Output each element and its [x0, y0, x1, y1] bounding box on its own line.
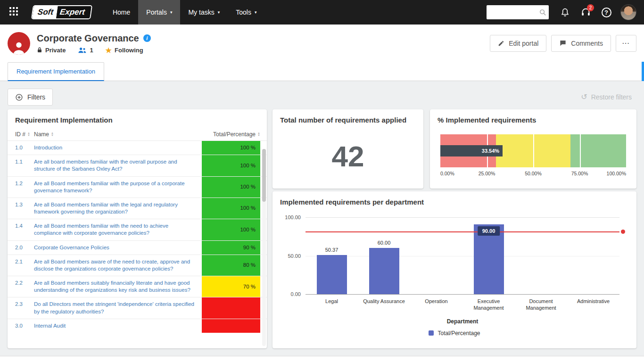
- x-axis-label: Executive Management: [462, 298, 515, 312]
- softexpert-logo[interactable]: Soft Expert: [31, 5, 92, 19]
- bar-slot: [567, 217, 619, 294]
- restore-icon: ↺: [581, 93, 587, 101]
- card-title: % Implemented requirements: [430, 109, 636, 130]
- tab-requirement-implementation[interactable]: Requirement Implementation: [8, 62, 104, 81]
- following-status[interactable]: ★ Following: [106, 47, 143, 54]
- row-name-link[interactable]: Do all Directors meet the stringent 'ind…: [34, 297, 202, 318]
- table-scrollbar-thumb[interactable]: [262, 149, 266, 202]
- bar-slot: 50.37: [305, 217, 358, 294]
- row-name-link[interactable]: Are all Board members familiar with the …: [34, 219, 202, 240]
- pencil-icon: [498, 40, 504, 47]
- comments-label: Comments: [571, 40, 603, 47]
- dept-bar: [317, 255, 347, 294]
- axis-tick: 100.00%: [607, 171, 626, 176]
- column-label: Total/Percentage: [213, 131, 256, 138]
- x-axis-label: Document Management: [515, 298, 567, 312]
- circle-plus-icon: [15, 93, 23, 101]
- privacy-status: Private: [37, 47, 66, 54]
- edit-portal-button[interactable]: Edit portal: [490, 35, 546, 52]
- members-count-label: 1: [90, 47, 93, 54]
- filters-button[interactable]: Filters: [8, 89, 53, 106]
- row-id: 2.0: [8, 241, 34, 255]
- axis-tick: 50.00%: [525, 171, 542, 176]
- y-axis-tick: 0.00: [275, 291, 301, 297]
- apps-grid-icon[interactable]: [9, 7, 20, 17]
- bullet-axis: 0.00% 25.00% 50.00% 75.00% 100.00%: [440, 171, 626, 177]
- percentage-cell: 90 %: [202, 241, 260, 255]
- card-title: Requirement Implementation: [8, 109, 267, 130]
- main-content: Filters ↺ Restore filters Requirement Im…: [0, 81, 644, 356]
- bar-value-label: 60.00: [378, 240, 391, 246]
- requirement-implementation-card: Requirement Implementation ID # ▲▼ Name …: [8, 109, 267, 348]
- bullet-chart: 33.54%: [440, 134, 626, 167]
- row-name-link[interactable]: Corporate Governance Policies: [34, 241, 202, 255]
- bullet-gridline: [580, 134, 581, 167]
- nav-item-home[interactable]: Home: [105, 0, 138, 25]
- nav-item-portals[interactable]: Portals ▾: [138, 0, 180, 25]
- row-id: 1.0: [8, 141, 34, 155]
- percentage-cell: 100 %: [202, 219, 260, 240]
- portal-header: Corporate Governance i Private 1 ★ Follo…: [0, 25, 644, 62]
- column-header-name[interactable]: Name ▲▼: [34, 131, 202, 138]
- row-name-link[interactable]: Are all Board members suitably financial…: [34, 276, 202, 297]
- page-scrollbar-thumb[interactable]: [642, 62, 644, 81]
- legend-label: Total/Percentage: [438, 330, 480, 337]
- table-row: 2.2 Are all Board members suitably finan…: [8, 276, 267, 297]
- bar-value-label: 50.37: [325, 247, 339, 253]
- dept-bar: [369, 248, 399, 294]
- restore-filters-label: Restore filters: [591, 93, 632, 101]
- chart-legend: Total/Percentage: [272, 330, 636, 337]
- info-icon[interactable]: i: [143, 34, 151, 42]
- column-header-id[interactable]: ID # ▲▼: [8, 131, 34, 138]
- axis-tick: 0.00%: [440, 171, 454, 176]
- row-name-link[interactable]: Internal Audit: [34, 319, 202, 333]
- table-body: 1.0 Introduction 100 % 1.1 Are all board…: [8, 140, 267, 348]
- bar-slot: [515, 217, 567, 294]
- percentage-cell: 80 %: [202, 255, 260, 276]
- card-title: Total number of requirements applied: [272, 109, 423, 130]
- y-axis-tick: 100.00: [275, 214, 301, 220]
- bar-chart-plot: 100.00 50.00 0.00 50.37 60.00: [305, 217, 619, 295]
- percentage-cell: [202, 319, 260, 333]
- lock-icon: [37, 47, 42, 53]
- logo-soft: Soft: [32, 6, 58, 18]
- row-name-link[interactable]: Introduction: [34, 141, 202, 155]
- bar-slot: 60.00: [358, 217, 410, 294]
- restore-filters-button[interactable]: ↺ Restore filters: [576, 93, 636, 101]
- notifications-bell-button[interactable]: [554, 0, 575, 25]
- y-axis-tick: 50.00: [275, 253, 301, 259]
- nav-item-my-tasks[interactable]: My tasks ▾: [180, 0, 228, 25]
- portal-avatar[interactable]: [8, 32, 30, 55]
- support-headset-button[interactable]: 2: [575, 0, 596, 25]
- comments-button[interactable]: Comments: [551, 35, 611, 52]
- bullet-gridline: [533, 134, 534, 167]
- help-button[interactable]: ?: [596, 0, 617, 25]
- row-name-link[interactable]: Are all Board members familiar with the …: [34, 177, 202, 197]
- bell-icon: [561, 8, 570, 17]
- bar-slot: 90.00: [462, 217, 515, 294]
- column-header-total-percentage[interactable]: Total/Percentage ▲▼: [202, 131, 260, 138]
- logo-expert: Expert: [56, 6, 91, 18]
- filters-label: Filters: [27, 93, 45, 101]
- more-options-button[interactable]: ···: [616, 35, 636, 52]
- search-input[interactable]: [490, 9, 539, 16]
- row-name-link[interactable]: Are all board members familiar with the …: [34, 155, 202, 176]
- x-axis-label: Administrative: [567, 298, 619, 312]
- table-scrollbar: [262, 149, 266, 346]
- page-title: Corporate Governance: [37, 33, 139, 44]
- user-avatar[interactable]: [620, 4, 636, 20]
- members-count[interactable]: 1: [78, 47, 93, 54]
- x-axis-labels: Legal Quality Assurance Operation Execut…: [305, 298, 619, 312]
- row-name-link[interactable]: Are all Board members aware of the need …: [34, 255, 202, 276]
- nav-label: My tasks: [188, 8, 214, 16]
- nav-item-tools[interactable]: Tools ▾: [228, 0, 264, 25]
- total-requirements-card: Total number of requirements applied 42: [272, 109, 423, 189]
- x-axis-title: Department: [305, 318, 619, 325]
- nav-label: Portals: [146, 8, 167, 16]
- tab-bar: Requirement Implementation: [0, 62, 644, 81]
- row-id: 1.1: [8, 155, 34, 176]
- search-icon[interactable]: [539, 8, 547, 16]
- caret-down-icon: ▾: [255, 10, 257, 15]
- members-icon: [78, 47, 87, 54]
- row-name-link[interactable]: Are all Board members familiar with the …: [34, 198, 202, 219]
